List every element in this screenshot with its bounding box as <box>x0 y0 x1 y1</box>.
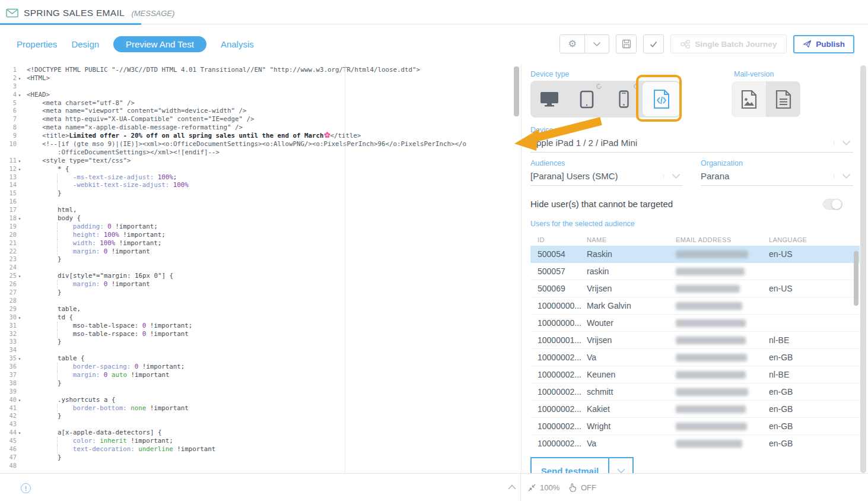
code-line[interactable]: 13 -ms-text-size-adjust: 100%; <box>0 173 515 182</box>
code-line[interactable]: 21 width: 100% !important; <box>0 239 515 248</box>
code-line[interactable]: 11▾ <style type="text/css"> <box>0 157 515 165</box>
code-editor[interactable]: 1<!DOCTYPE HTML PUBLIC "-//W3C//DTD HTML… <box>0 64 515 473</box>
code-line[interactable]: 1<!DOCTYPE HTML PUBLIC "-//W3C//DTD HTML… <box>0 66 515 74</box>
audiences-select[interactable]: [Parana] Users (SMC) <box>530 170 683 186</box>
table-row[interactable]: 500057raskin <box>530 263 860 280</box>
code-line[interactable]: 34 <box>0 346 515 354</box>
line-number[interactable]: 40▾ <box>0 396 23 404</box>
code-line[interactable]: 32 mso-table-rspace: 0 !important <box>0 330 515 338</box>
code-line[interactable]: 18▾ body { <box>0 214 515 223</box>
tab-properties[interactable]: Properties <box>17 39 57 49</box>
fold-arrow-icon[interactable]: ▾ <box>17 166 23 174</box>
code-line[interactable]: 9 <title>Limited offer - 20% off on all … <box>0 132 515 140</box>
line-number[interactable]: 2▾ <box>0 74 23 83</box>
save-button[interactable] <box>616 34 637 53</box>
users-table-scrollbar[interactable] <box>854 251 859 306</box>
fold-arrow-icon[interactable]: ▾ <box>17 397 23 405</box>
code-line[interactable]: 36 border-spacing: 0 !important; <box>0 363 515 371</box>
code-line[interactable]: 48 <box>0 462 515 470</box>
code-line[interactable]: 22 margin: 0 !important <box>0 248 515 256</box>
table-row[interactable]: 10000002...Vaen-GB <box>530 349 860 366</box>
code-line[interactable]: 24 <box>0 264 515 272</box>
fold-arrow-icon[interactable]: ▾ <box>17 215 23 223</box>
fold-arrow-icon[interactable]: ▾ <box>17 157 23 166</box>
code-line[interactable]: 42 } <box>0 412 515 420</box>
fold-arrow-icon[interactable]: ▾ <box>17 91 23 100</box>
code-line[interactable]: 43 <box>0 420 515 429</box>
code-line[interactable]: 14 -webkit-text-size-adjust: 100% <box>0 181 515 189</box>
table-row[interactable]: 10000002...Vaen-GB <box>530 435 860 450</box>
line-number[interactable]: 11▾ <box>0 157 23 165</box>
code-line[interactable]: 29 table, <box>0 305 515 313</box>
code-line[interactable]: 38 } <box>0 379 515 388</box>
code-line[interactable]: 2▾<HTML> <box>0 74 515 83</box>
fold-arrow-icon[interactable]: ▾ <box>17 314 23 322</box>
code-line[interactable]: 3 <box>0 83 515 91</box>
line-number[interactable]: 12▾ <box>0 165 23 173</box>
code-line[interactable]: 35▾ table { <box>0 354 515 363</box>
device-desktop-button[interactable] <box>530 81 568 118</box>
single-batch-journey-button[interactable]: Single Batch Journey <box>670 34 787 53</box>
settings-button[interactable]: ⚙ <box>560 35 584 53</box>
code-line[interactable]: 26 margin: 0 !important <box>0 280 515 288</box>
code-line[interactable]: 37 margin: 0 auto !important <box>0 371 515 379</box>
code-line[interactable]: 4▾<HEAD> <box>0 91 515 99</box>
table-row[interactable]: 10000000...Wouter <box>530 315 860 332</box>
code-line[interactable]: 12▾ * { <box>0 165 515 173</box>
code-line[interactable]: 27 } <box>0 288 515 297</box>
code-line[interactable]: 28 <box>0 297 515 305</box>
code-line[interactable]: 44▾ a[x-apple-data-detectors] { <box>0 429 515 437</box>
table-row[interactable]: 500069Vrijsenen-US <box>530 280 860 297</box>
code-line[interactable]: 20 height: 100% !important; <box>0 231 515 239</box>
line-number[interactable]: 25▾ <box>0 272 23 280</box>
line-number[interactable]: 35▾ <box>0 354 23 363</box>
code-line[interactable]: 39 <box>0 388 515 396</box>
fold-arrow-icon[interactable]: ▾ <box>17 75 23 83</box>
code-line[interactable]: 30▾ td { <box>0 313 515 322</box>
table-row[interactable]: 10000001...Vrijsennl-BE <box>530 332 860 349</box>
line-number[interactable]: 18▾ <box>0 214 23 223</box>
validate-button[interactable] <box>643 34 664 53</box>
line-number[interactable]: 4▾ <box>0 91 23 99</box>
table-row[interactable]: 10000002...Kakieten-GB <box>530 401 860 418</box>
organization-select[interactable]: Parana <box>701 170 853 186</box>
code-line[interactable]: 6 <meta name="viewport" content="width=d… <box>0 107 515 115</box>
mail-version-image-button[interactable] <box>732 81 766 117</box>
code-line[interactable]: 15 } <box>0 189 515 198</box>
code-line[interactable]: 31 mso-table-lspace: 0 !important; <box>0 322 515 330</box>
code-line[interactable]: 23 } <box>0 255 515 264</box>
tab-analysis[interactable]: Analysis <box>221 39 254 49</box>
line-number[interactable]: 30▾ <box>0 313 23 322</box>
tab-preview-and-test[interactable]: Preview And Test <box>113 36 206 52</box>
code-line[interactable]: 41 border-bottom: none !important <box>0 404 515 413</box>
fold-arrow-icon[interactable]: ▾ <box>17 272 23 281</box>
fold-arrow-icon[interactable]: ▾ <box>17 355 23 363</box>
warning-indicator[interactable]: ! <box>21 483 31 493</box>
code-line[interactable]: 8 <meta name="x-apple-disable-message-re… <box>0 123 515 132</box>
code-line[interactable]: 16 <box>0 198 515 206</box>
code-line[interactable]: 40▾ .yshortcuts a { <box>0 396 515 404</box>
table-row[interactable]: 500054Raskinen-US <box>530 246 860 263</box>
code-line[interactable]: 47 } <box>0 454 515 462</box>
table-row[interactable]: 10000002...Keunennl-BE <box>530 366 860 383</box>
collapse-panel-button[interactable] <box>507 484 517 490</box>
zoom-control[interactable]: 100% <box>528 483 559 492</box>
code-line[interactable]: 33 } <box>0 338 515 346</box>
code-line[interactable]: 25▾ div[style*="margin: 16px 0"] { <box>0 272 515 280</box>
rotate-device-icon[interactable] <box>596 83 602 90</box>
code-line[interactable]: 5 <meta charset="utf-8" /> <box>0 99 515 107</box>
line-number[interactable]: 44▾ <box>0 429 23 437</box>
tab-design[interactable]: Design <box>71 39 99 49</box>
table-row[interactable]: 10000002...Wrighten-GB <box>530 418 860 435</box>
interaction-toggle[interactable]: OFF <box>568 483 596 492</box>
code-line[interactable]: 46 text-decoration: underline !important <box>0 445 515 454</box>
code-line[interactable]: 7 <meta http-equiv="X-UA-Compatible" con… <box>0 115 515 123</box>
publish-button[interactable]: Publish <box>793 35 854 53</box>
editor-scrollbar[interactable] <box>514 66 519 116</box>
fold-arrow-icon[interactable]: ▾ <box>17 429 23 437</box>
code-line[interactable]: :OfficeDocumentSettings></xml><![endif]-… <box>0 148 515 157</box>
table-row[interactable]: 10000000...Mark Galvin <box>530 297 860 315</box>
code-line[interactable]: 19 padding: 0 !important; <box>0 223 515 231</box>
mail-version-text-button[interactable] <box>766 81 800 117</box>
table-row[interactable]: 10000002...schmitten-GB <box>530 383 860 401</box>
